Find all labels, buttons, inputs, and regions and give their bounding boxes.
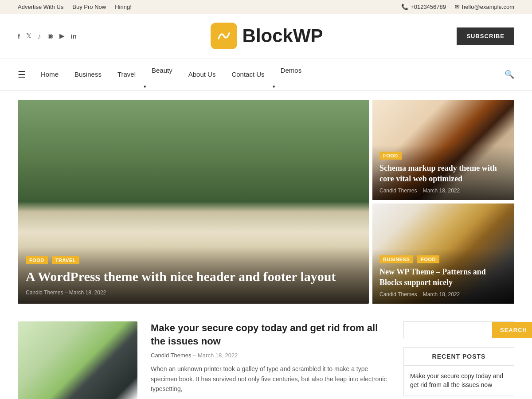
hero-title: A WordPress theme with nice header and f… xyxy=(26,268,361,285)
hero-right-cards: FOOD Schema markup ready theme with core… xyxy=(372,100,514,304)
card1-date: March 18, 2022 xyxy=(423,188,460,194)
article-content: Make your secure copy today and get rid … xyxy=(151,321,390,399)
card1-author: Candid Themes xyxy=(379,188,417,194)
buy-pro-link[interactable]: Buy Pro Now xyxy=(72,4,106,10)
main-content: FOOD TRAVEL A WordPress theme with nice … xyxy=(0,91,532,399)
hero-author: Candid Themes xyxy=(26,289,63,296)
card1-overlay: FOOD Schema markup ready theme with core… xyxy=(372,145,514,200)
card2-meta: Candid Themes March 18, 2022 xyxy=(379,291,507,297)
phone-icon: 📞 xyxy=(401,4,408,10)
nav-item-beauty[interactable]: Beauty xyxy=(144,59,180,90)
article-author: Candid Themes xyxy=(151,352,192,359)
hero-date: March 18, 2022 xyxy=(69,289,106,296)
article-date: March 18, 2022 xyxy=(198,352,238,359)
article-meta: Candid Themes – March 18, 2022 xyxy=(151,352,390,359)
hero-tags: FOOD TRAVEL xyxy=(26,256,361,268)
article-thumbnail xyxy=(18,321,137,399)
hero-grid: FOOD TRAVEL A WordPress theme with nice … xyxy=(18,100,514,304)
facebook-icon[interactable]: f xyxy=(18,32,20,40)
bottom-section: Make your secure copy today and get rid … xyxy=(18,317,514,399)
card2-title: New WP Theme – Patterns and Blocks suppo… xyxy=(379,267,507,288)
hiring-link[interactable]: Hiring! xyxy=(115,4,132,10)
card2-tag-business[interactable]: BUSINESS xyxy=(379,255,413,263)
logo-text: BlockWP xyxy=(243,25,323,47)
nav-link-demos[interactable]: Demos xyxy=(273,59,310,82)
recent-posts-title: RECENT POSTS xyxy=(404,348,514,366)
nav-link-beauty[interactable]: Beauty xyxy=(144,59,180,82)
search-input[interactable] xyxy=(404,322,492,338)
card2-overlay: BUSINESS FOOD New WP Theme – Patterns an… xyxy=(372,249,514,304)
email-icon: ✉ xyxy=(455,4,460,10)
hero-main-card[interactable]: FOOD TRAVEL A WordPress theme with nice … xyxy=(18,100,369,304)
card1[interactable]: FOOD Schema markup ready theme with core… xyxy=(372,100,514,200)
nav-left: ☰ Home Business Travel Beauty About Us C… xyxy=(18,59,309,90)
social-icons: f 𝕏 ♪ ◉ ▶ in xyxy=(18,32,77,40)
nav-item-contact[interactable]: Contact Us xyxy=(223,63,272,86)
logo-icon xyxy=(211,23,237,49)
nav-item-about[interactable]: About Us xyxy=(180,63,224,86)
recent-post-item[interactable]: Make your secure copy today and get rid … xyxy=(404,366,514,396)
nav-link-travel[interactable]: Travel xyxy=(110,63,144,86)
site-header: f 𝕏 ♪ ◉ ▶ in BlockWP SUBSCRIBE xyxy=(0,14,532,59)
nav-menu: Home Business Travel Beauty About Us Con… xyxy=(33,59,309,90)
card2-tags: BUSINESS FOOD xyxy=(379,255,507,267)
phone-info: 📞 +0123456789 xyxy=(401,4,446,10)
nav-item-travel[interactable]: Travel xyxy=(110,63,144,86)
hero-separator: – xyxy=(65,289,69,296)
nav-item-business[interactable]: Business xyxy=(66,63,110,86)
nav-link-home[interactable]: Home xyxy=(33,63,66,86)
card2[interactable]: BUSINESS FOOD New WP Theme – Patterns an… xyxy=(372,203,514,304)
hero-tag-food[interactable]: FOOD xyxy=(26,256,48,264)
instagram-icon[interactable]: ◉ xyxy=(47,32,53,40)
article-thumbnail-wrapper xyxy=(18,321,137,399)
email-address: hello@example.com xyxy=(462,4,514,10)
hero-meta: Candid Themes – March 18, 2022 xyxy=(26,289,361,296)
card1-title: Schema markup ready theme with core vita… xyxy=(379,163,507,184)
search-icon[interactable]: 🔍 xyxy=(505,62,514,87)
card1-tag[interactable]: FOOD xyxy=(379,152,402,160)
recent-post-title: Make your secure copy today and get rid … xyxy=(410,372,508,389)
youtube-icon[interactable]: ▶ xyxy=(59,32,65,40)
subscribe-button[interactable]: SUBSCRIBE xyxy=(457,27,514,45)
tiktok-icon[interactable]: ♪ xyxy=(38,32,41,40)
card2-tag-food[interactable]: FOOD xyxy=(417,255,439,263)
hero-overlay: FOOD TRAVEL A WordPress theme with nice … xyxy=(18,247,369,304)
nav-item-home[interactable]: Home xyxy=(33,63,66,86)
nav-item-demos[interactable]: Demos xyxy=(273,59,310,90)
top-bar: Advertise With Us Buy Pro Now Hiring! 📞 … xyxy=(0,0,532,14)
search-box: SEARCH xyxy=(403,321,514,338)
site-logo[interactable]: BlockWP xyxy=(211,23,323,49)
nav-link-about[interactable]: About Us xyxy=(180,63,224,86)
search-button[interactable]: SEARCH xyxy=(492,322,532,338)
card1-meta: Candid Themes March 18, 2022 xyxy=(379,188,507,194)
card2-date: March 18, 2022 xyxy=(423,291,460,297)
linkedin-icon[interactable]: in xyxy=(71,32,77,40)
top-bar-contact: 📞 +0123456789 ✉ hello@example.com xyxy=(401,4,514,10)
recent-posts-box: RECENT POSTS Make your secure copy today… xyxy=(403,347,514,396)
phone-number: +0123456789 xyxy=(411,4,446,10)
advertise-link[interactable]: Advertise With Us xyxy=(18,4,63,10)
twitter-icon[interactable]: 𝕏 xyxy=(26,32,31,40)
nav-link-business[interactable]: Business xyxy=(66,63,110,86)
email-info: ✉ hello@example.com xyxy=(455,4,514,10)
hero-tag-travel[interactable]: TRAVEL xyxy=(52,256,79,264)
nav-link-contact[interactable]: Contact Us xyxy=(223,63,272,86)
top-bar-links: Advertise With Us Buy Pro Now Hiring! xyxy=(18,4,132,10)
article-title[interactable]: Make your secure copy today and get rid … xyxy=(151,321,390,348)
article-excerpt: When an unknown printer took a galley of… xyxy=(151,364,390,394)
hamburger-menu[interactable]: ☰ xyxy=(18,61,31,88)
main-nav: ☰ Home Business Travel Beauty About Us C… xyxy=(0,59,532,91)
sidebar: SEARCH RECENT POSTS Make your secure cop… xyxy=(403,321,514,399)
card2-author: Candid Themes xyxy=(379,291,417,297)
